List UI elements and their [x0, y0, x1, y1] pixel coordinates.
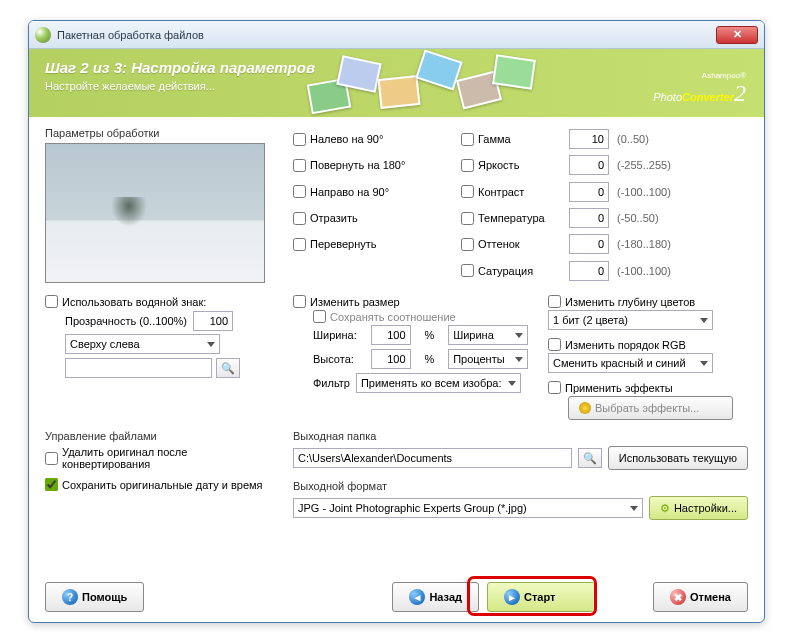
- transparency-input[interactable]: [193, 311, 233, 331]
- cancel-icon: ✖: [670, 589, 686, 605]
- chevron-down-icon: [207, 342, 215, 347]
- use-watermark-checkbox[interactable]: Использовать водяной знак:: [45, 295, 275, 308]
- keep-datetime-checkbox[interactable]: Сохранить оригинальные дату и время: [45, 478, 275, 491]
- output-section: Выходная папка 🔍 Использовать текущую Вы…: [293, 430, 748, 520]
- out-folder-label: Выходная папка: [293, 430, 748, 442]
- keep-ratio-checkbox[interactable]: Сохранять соотношение: [313, 310, 536, 323]
- filter-label: Фильтр: [313, 377, 350, 389]
- rotate-right-90[interactable]: Направо на 90°: [293, 185, 453, 198]
- help-icon: ?: [62, 589, 78, 605]
- hue-input[interactable]: [569, 234, 609, 254]
- gamma-checkbox[interactable]: Гамма: [461, 133, 561, 146]
- watermark-section: Использовать водяной знак: Прозрачность …: [45, 293, 275, 420]
- cancel-button[interactable]: ✖Отмена: [653, 582, 748, 612]
- wizard-banner: Шаг 2 из 3: Настройка параметров Настрой…: [29, 49, 764, 117]
- rgb-order-checkbox[interactable]: Изменить порядок RGB: [548, 338, 748, 351]
- app-icon: [35, 27, 51, 43]
- dialog-window: Пакетная обработка файлов ✕ Шаг 2 из 3: …: [28, 20, 765, 623]
- processing-params-label: Параметры обработки: [45, 127, 275, 139]
- unit-mode-combo[interactable]: Проценты: [448, 349, 528, 369]
- browse-folder-button[interactable]: 🔍: [578, 448, 602, 468]
- watermark-path-input[interactable]: [65, 358, 212, 378]
- resize-and-color-section: Изменить размер Сохранять соотношение Ши…: [293, 293, 748, 420]
- height-input[interactable]: [371, 349, 411, 369]
- footer-buttons: ?Помощь ◄Назад ►Старт ✖Отмена: [45, 582, 748, 612]
- file-management-section: Управление файлами Удалить оригинал посл…: [45, 430, 275, 520]
- temperature-input[interactable]: [569, 208, 609, 228]
- start-button[interactable]: ►Старт: [487, 582, 597, 612]
- file-mgmt-label: Управление файлами: [45, 430, 275, 442]
- out-folder-input[interactable]: [293, 448, 572, 468]
- use-current-folder-button[interactable]: Использовать текущую: [608, 446, 748, 470]
- filter-combo[interactable]: Применять ко всем изобра:: [356, 373, 521, 393]
- width-label: Ширина:: [313, 329, 365, 341]
- brightness-range: (-255..255): [617, 159, 697, 171]
- chevron-down-icon: [700, 361, 708, 366]
- banner-collage: [309, 51, 539, 115]
- contrast-input[interactable]: [569, 182, 609, 202]
- choose-effects-button[interactable]: Выбрать эффекты...: [568, 396, 733, 420]
- effects-icon: [579, 402, 591, 414]
- contrast-checkbox[interactable]: Контраст: [461, 185, 561, 198]
- color-options: Изменить глубину цветов 1 бит (2 цвета) …: [548, 293, 748, 420]
- color-depth-checkbox[interactable]: Изменить глубину цветов: [548, 295, 748, 308]
- dimension-mode-combo[interactable]: Ширина: [448, 325, 528, 345]
- rotate-180[interactable]: Повернуть на 180°: [293, 159, 453, 172]
- chevron-down-icon: [515, 333, 523, 338]
- apply-effects-checkbox[interactable]: Применить эффекты: [548, 381, 748, 394]
- hue-range: (-180..180): [617, 238, 697, 250]
- adjust-grid: Налево на 90° Гамма (0..50) Повернуть на…: [293, 127, 748, 283]
- out-format-label: Выходной формат: [293, 480, 748, 492]
- arrow-right-icon: ►: [504, 589, 520, 605]
- brightness-checkbox[interactable]: Яркость: [461, 159, 561, 172]
- saturation-range: (-100..100): [617, 265, 697, 277]
- saturation-input[interactable]: [569, 261, 609, 281]
- saturation-checkbox[interactable]: Сатурация: [461, 264, 561, 277]
- back-button[interactable]: ◄Назад: [392, 582, 479, 612]
- chevron-down-icon: [508, 381, 516, 386]
- chevron-down-icon: [515, 357, 523, 362]
- gear-icon: ⚙: [660, 502, 670, 515]
- width-input[interactable]: [371, 325, 411, 345]
- rgb-swap-combo[interactable]: Сменить красный и синий: [548, 353, 713, 373]
- resize-block: Изменить размер Сохранять соотношение Ши…: [293, 293, 536, 420]
- format-settings-button[interactable]: ⚙Настройки...: [649, 496, 748, 520]
- browse-watermark-button[interactable]: 🔍: [216, 358, 240, 378]
- contrast-range: (-100..100): [617, 186, 697, 198]
- delete-original-checkbox[interactable]: Удалить оригинал после конвертирования: [45, 446, 275, 470]
- watermark-position-combo[interactable]: Сверху слева: [65, 334, 220, 354]
- help-button[interactable]: ?Помощь: [45, 582, 144, 612]
- brightness-input[interactable]: [569, 155, 609, 175]
- preview-section: Параметры обработки: [45, 127, 275, 283]
- rotate-left-90[interactable]: Налево на 90°: [293, 133, 453, 146]
- content-area: Параметры обработки Налево на 90° Гамма …: [29, 117, 764, 526]
- temperature-range: (-50..50): [617, 212, 697, 224]
- chevron-down-icon: [700, 318, 708, 323]
- gamma-range: (0..50): [617, 133, 697, 145]
- mirror-checkbox[interactable]: Отразить: [293, 212, 453, 225]
- gamma-input[interactable]: [569, 129, 609, 149]
- flip-checkbox[interactable]: Перевернуть: [293, 238, 453, 251]
- brand-logo: Ashampoo® PhotoConverter2: [653, 71, 746, 107]
- transparency-label: Прозрачность (0..100%): [65, 315, 187, 327]
- temperature-checkbox[interactable]: Температура: [461, 212, 561, 225]
- titlebar: Пакетная обработка файлов ✕: [29, 21, 764, 49]
- preview-image: [45, 143, 265, 283]
- window-title: Пакетная обработка файлов: [57, 29, 716, 41]
- out-format-combo[interactable]: JPG - Joint Photographic Experts Group (…: [293, 498, 643, 518]
- hue-checkbox[interactable]: Оттенок: [461, 238, 561, 251]
- height-label: Высота:: [313, 353, 365, 365]
- chevron-down-icon: [630, 506, 638, 511]
- close-button[interactable]: ✕: [716, 26, 758, 44]
- color-depth-combo[interactable]: 1 бит (2 цвета): [548, 310, 713, 330]
- arrow-left-icon: ◄: [409, 589, 425, 605]
- resize-checkbox[interactable]: Изменить размер: [293, 295, 536, 308]
